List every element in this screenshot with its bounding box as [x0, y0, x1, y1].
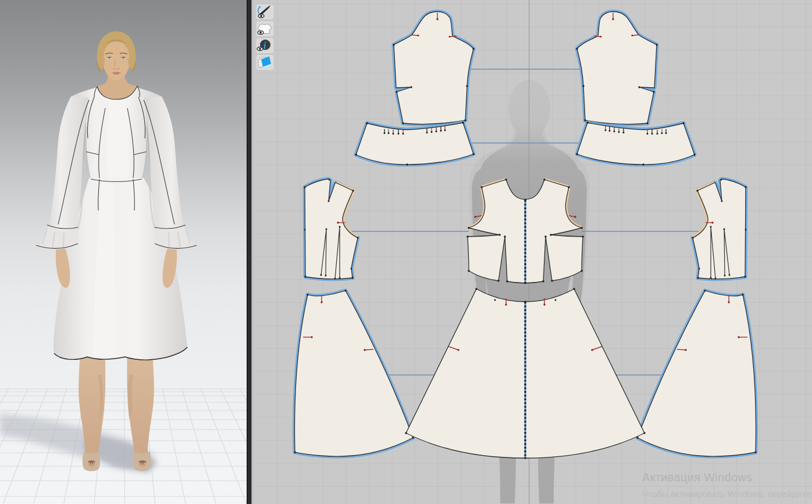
svg-text:i: i [263, 41, 266, 51]
